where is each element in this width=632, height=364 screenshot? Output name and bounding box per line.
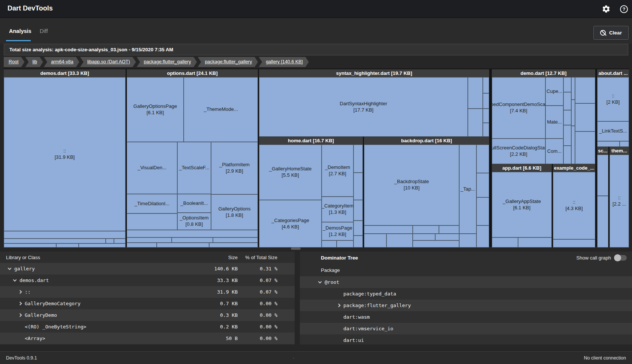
treemap-cell[interactable] [364,234,386,248]
treemap-cell[interactable] [483,77,489,93]
treemap-cell[interactable]: GalleryOptionsPage [6.1 KB] [127,77,184,142]
breadcrumb-arm64[interactable]: arm64-v8a [44,57,79,67]
treemap-cell[interactable]: FullScreenCodeDialogState [2.2 KB] [492,139,545,164]
table-row[interactable]: demos.dart 33.3 KB 0.07 % [0,274,295,286]
treemap-section-header[interactable]: example_code_... [553,164,595,172]
treemap-cell[interactable] [4,243,56,248]
treemap-cell[interactable]: _CategoryItem [1.3 KB] [322,197,353,222]
treemap-cell[interactable] [553,239,595,248]
treemap-cell[interactable] [563,77,571,92]
table-row[interactable]: GalleryDemoCategory 0.7 KB 0.00 % [0,298,295,309]
treemap-cell[interactable] [597,155,608,196]
treemap-cell[interactable] [337,240,353,248]
clear-button[interactable]: Clear [593,26,629,40]
treemap-section-header[interactable]: options.dart [24.1 KB] [127,69,258,77]
treemap-cell[interactable]: _GalleryHomeState [5.5 KB] [259,145,322,200]
treemap-cell[interactable] [386,234,413,248]
treemap-cell[interactable] [127,237,172,243]
treemap-cell[interactable] [620,141,629,147]
treemap-cell[interactable] [127,230,258,237]
tree-row[interactable]: package:typed_data [300,288,632,300]
treemap-cell[interactable]: _BackdropState [10 KB] [364,145,459,225]
treemap-cell[interactable] [353,236,363,248]
treemap-cell[interactable]: _DemoItem [2.7 KB] [322,145,353,197]
treemap-cell[interactable] [563,125,571,146]
column-size[interactable]: Size [196,255,238,260]
tab-diff[interactable]: Diff [40,28,48,34]
treemap-cell[interactable] [79,243,126,248]
treemap-cell[interactable] [483,93,489,109]
treemap-cell[interactable]: _TextScaleF... [177,142,211,194]
treemap-cell[interactable] [364,225,413,234]
treemap-cell[interactable] [439,225,459,234]
treemap-cell[interactable] [353,200,363,221]
treemap-cell[interactable]: _TimeDilationI... [127,194,177,213]
column-library-or-class[interactable]: Library or Class [0,255,196,260]
breadcrumb-package-1[interactable]: package:flutter_gallery [137,57,197,67]
treemap-cell[interactable] [468,77,483,109]
tree-row[interactable]: dart:vmservice_io [300,323,632,334]
treemap-cell[interactable]: :: [2 KB] [597,77,629,121]
treemap-cell[interactable] [476,173,489,197]
treemap-section-header[interactable]: backdrop.dart [16 KB] [364,137,489,145]
treemap-cell[interactable]: _ThemeMode... [184,77,258,142]
treemap-cell[interactable] [172,237,213,243]
treemap-cell[interactable] [353,173,363,200]
treemap-cell[interactable] [518,237,552,248]
treemap-cell[interactable] [476,225,489,248]
treemap-cell[interactable] [157,243,209,248]
breadcrumb-lib[interactable]: lib [25,57,43,67]
treemap-cell[interactable] [483,123,489,137]
settings-icon[interactable] [602,4,611,13]
treemap-section-header[interactable]: home.dart [16.7 KB] [259,137,363,145]
table-row[interactable]: <(RO) _OneByteString> 0.2 KB 0.00 % [0,321,295,333]
treemap-cell[interactable] [413,225,439,234]
treemap-cell[interactable]: _Tap... [459,145,476,234]
treemap-cell[interactable] [597,196,608,248]
treemap-section-header[interactable]: them... [610,147,629,155]
treemap-cell[interactable]: _BooleanIt... [177,194,211,213]
tree-row[interactable]: @root [300,276,632,288]
treemap-cell[interactable] [413,234,435,240]
treemap-cell[interactable]: DartSyntaxHighlighter [17.7 KB] [259,77,468,137]
treemap-cell[interactable] [571,126,575,164]
treemap-cell[interactable] [213,237,258,243]
treemap-cell[interactable] [575,131,595,164]
tree-row[interactable]: dart:ui [300,334,632,345]
tree-row[interactable]: package:flutter_gallery [300,300,632,311]
treemap-cell[interactable]: _GalleryAppState [6.1 KB] [492,172,552,237]
breadcrumb-package-2[interactable]: package:flutter_gallery [198,57,258,67]
treemap-cell[interactable]: :: [2.2 ... [610,155,629,248]
treemap-cell[interactable]: Cupe... [545,77,563,106]
tab-analysis[interactable]: Analysis [9,28,31,34]
treemap-cell[interactable]: GalleryOptions [1.8 KB] [211,194,258,230]
treemap-cell[interactable] [127,213,177,230]
treemap-cell[interactable] [106,239,114,243]
treemap-cell[interactable] [209,243,258,248]
treemap-cell[interactable]: :: [4.3 KB] [553,172,595,239]
treemap-cell[interactable] [483,109,489,123]
treemap-cell[interactable]: _LinkTextS... [597,121,629,141]
treemap-cell[interactable] [492,237,518,248]
treemap-cell[interactable] [597,141,620,147]
table-row[interactable]: :: 31.9 KB 0.07 % [0,286,295,298]
treemap-cell[interactable] [476,145,489,173]
treemap-cell[interactable] [56,243,79,248]
treemap-section-header[interactable]: sc... [597,147,608,155]
treemap-cell[interactable]: _VisualDen... [127,142,177,194]
table-row[interactable]: GalleryDemo 0.3 KB 0.00 % [0,309,295,321]
treemap-section-header[interactable]: syntax_highlighter.dart [19.7 KB] [259,69,489,77]
treemap-cell[interactable] [413,240,459,248]
treemap-cell[interactable] [322,240,337,248]
treemap-section-header[interactable]: about.dart ... [597,69,629,77]
breadcrumb-root[interactable]: Root [4,57,24,67]
breadcrumb-libapp[interactable]: libapp.so (Dart AOT) [80,57,136,67]
treemap-cell[interactable]: _PlatformItem [2.9 KB] [211,142,258,194]
column-percent[interactable]: % of Total Size [238,255,277,260]
column-package[interactable]: Package [300,264,632,276]
treemap-cell[interactable] [4,239,106,243]
treemap-cell[interactable] [4,231,126,239]
treemap-cell[interactable] [353,145,363,173]
table-row[interactable]: <Array> 50 B 0.00 % [0,333,295,344]
treemap-cell[interactable] [563,146,571,164]
